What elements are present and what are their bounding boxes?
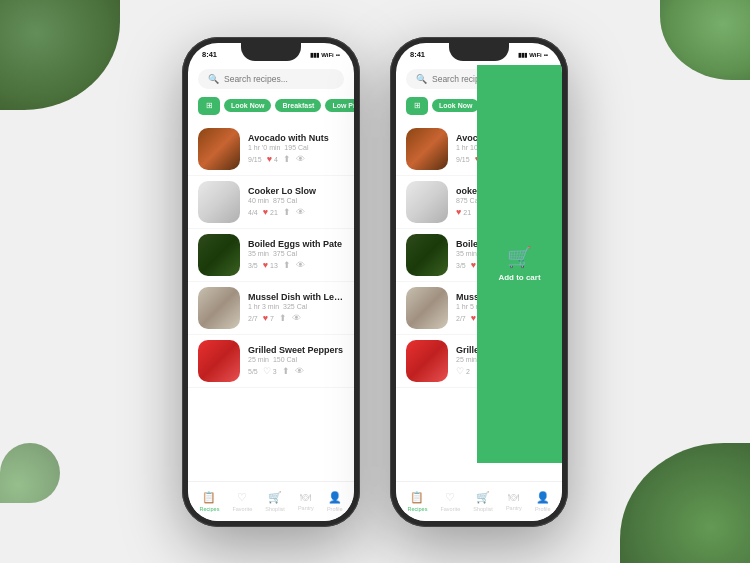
- wifi-icon: WiFi: [321, 52, 334, 58]
- phone-1-filter-row: ⊞ Look Now Breakfast Low Price: [188, 93, 354, 119]
- nav-shoplist[interactable]: 🛒 Shoplist: [473, 491, 493, 512]
- recipe-info-mussel: Mussel Dish with Lemon 1 hr 3 min 325 Ca…: [248, 292, 344, 323]
- heart-icon[interactable]: ♥: [471, 260, 476, 270]
- nav-pantry-label: Pantry: [298, 505, 314, 511]
- nav-shoplist-icon: 🛒: [476, 491, 490, 504]
- phone-2-notch: [449, 43, 509, 61]
- heart-icon[interactable]: ♥: [263, 207, 268, 217]
- recipe-actions-eggs: 3/5 ♥ 13 ⬆ 👁: [248, 260, 344, 270]
- recipe-meta-cooker: 40 min 875 Cal: [248, 197, 344, 204]
- recipe-item-avocado[interactable]: Avocado with Nuts 1 hr '0 min 195 Cal 9/…: [188, 123, 354, 176]
- recipe-item-eggs[interactable]: Boiled Eggs with Pate 35 min 375 Cal 3/5…: [188, 229, 354, 282]
- thumb-img-eggs: [406, 234, 448, 276]
- battery-icon: ▪▪: [336, 52, 340, 58]
- recipe-actions-mussel: 2/7 ♥ 7 ⬆ 👁: [248, 313, 344, 323]
- share-icon[interactable]: ⬆: [283, 154, 291, 164]
- nav-shoplist[interactable]: 🛒 Shoplist: [265, 491, 285, 512]
- nav-shoplist-label: Shoplist: [473, 506, 493, 512]
- sliders-icon: ⊞: [206, 101, 213, 110]
- heart-icon[interactable]: ♥: [267, 154, 272, 164]
- recipe-item-cooker[interactable]: Cooker Lo Slow 40 min 875 Cal 4/4 ♥ 21 ⬆…: [188, 176, 354, 229]
- share-icon[interactable]: ⬆: [283, 207, 291, 217]
- recipe-name-mussel: Mussel Dish with Lemon: [248, 292, 344, 302]
- nav-shoplist-label: Shoplist: [265, 506, 285, 512]
- recipe-info-eggs: Boiled Eggs with Pate 35 min 375 Cal 3/5…: [248, 239, 344, 270]
- nav-favorite-label: Favorite: [440, 506, 460, 512]
- status-icons: ▮▮▮ WiFi ▪▪: [310, 51, 340, 58]
- search-icon: 🔍: [208, 74, 219, 84]
- thumb-img-pepper: [198, 340, 240, 382]
- thumb-img-avocado: [406, 128, 448, 170]
- share-icon[interactable]: ⬆: [283, 260, 291, 270]
- status-time: 8:41: [410, 50, 425, 59]
- cart-icon-large: 🛒: [507, 245, 532, 269]
- share-icon[interactable]: ⬆: [279, 313, 287, 323]
- thumb-img-mussel: [406, 287, 448, 329]
- recipe-thumb-pepper: [406, 340, 448, 382]
- thumb-img-eggs: [198, 234, 240, 276]
- nav-favorite-label: Favorite: [232, 506, 252, 512]
- recipe-meta-mussel: 1 hr 3 min 325 Cal: [248, 303, 344, 310]
- phone-2-bottom-nav: 📋 Recipes ♡ Favorite 🛒 Shoplist 🍽 Pantry…: [396, 481, 562, 521]
- heart-icon[interactable]: ♥: [263, 260, 268, 270]
- nav-profile-label: Profile: [327, 506, 343, 512]
- nav-recipes[interactable]: 📋 Recipes: [408, 491, 428, 512]
- phone-1: 8:41 ▮▮▮ WiFi ▪▪ 🔍 ⊞: [182, 37, 360, 527]
- recipe-meta-pepper: 25 min 150 Cal: [248, 356, 344, 363]
- heart-icon[interactable]: ♡: [456, 366, 464, 376]
- heart-icon[interactable]: ♥: [471, 313, 476, 323]
- recipe-thumb-mussel: [198, 287, 240, 329]
- recipe-item-pepper[interactable]: Grilled Sweet Peppers 25 min 150 Cal 5/5…: [188, 335, 354, 388]
- nav-pantry[interactable]: 🍽 Pantry: [506, 491, 522, 511]
- recipe-thumb-pepper: [198, 340, 240, 382]
- eye-icon[interactable]: 👁: [296, 207, 305, 217]
- recipe-name-cooker: Cooker Lo Slow: [248, 186, 344, 196]
- recipe-thumb-eggs: [406, 234, 448, 276]
- wifi-icon: WiFi: [529, 52, 542, 58]
- status-icons: ▮▮▮ WiFi ▪▪: [518, 51, 548, 58]
- battery-icon: ▪▪: [544, 52, 548, 58]
- recipe-item-mussel[interactable]: Mussel Dish with Lemon 1 hr 3 min 325 Ca…: [188, 282, 354, 335]
- filter-tag-looknow[interactable]: Look Now: [224, 99, 271, 112]
- sliders-icon: ⊞: [414, 101, 421, 110]
- nav-pantry-icon: 🍽: [300, 491, 311, 503]
- recipe-actions-cooker: 4/4 ♥ 21 ⬆ 👁: [248, 207, 344, 217]
- recipe-info-avocado: Avocado with Nuts 1 hr '0 min 195 Cal 9/…: [248, 133, 344, 164]
- add-to-cart-label: Add to cart: [498, 273, 540, 282]
- phone-1-recipe-list: Avocado with Nuts 1 hr '0 min 195 Cal 9/…: [188, 119, 354, 392]
- recipe-thumb-eggs: [198, 234, 240, 276]
- recipe-thumb-mussel: [406, 287, 448, 329]
- filter-tag-breakfast[interactable]: Breakfast: [275, 99, 321, 112]
- thumb-img-cooker: [198, 181, 240, 223]
- nav-profile[interactable]: 👤 Profile: [535, 491, 551, 512]
- nav-favorite[interactable]: ♡ Favorite: [232, 491, 252, 512]
- add-to-cart-overlay[interactable]: 🛒 Add to cart: [477, 65, 562, 463]
- heart-icon[interactable]: ♡: [263, 366, 271, 376]
- recipe-name-eggs: Boiled Eggs with Pate: [248, 239, 344, 249]
- nav-recipes-icon: 📋: [202, 491, 216, 504]
- search-input[interactable]: [224, 74, 334, 84]
- filter-icon-button[interactable]: ⊞: [406, 97, 428, 115]
- nav-recipes[interactable]: 📋 Recipes: [200, 491, 220, 512]
- share-icon[interactable]: ⬆: [282, 366, 290, 376]
- nav-shoplist-icon: 🛒: [268, 491, 282, 504]
- filter-icon-button[interactable]: ⊞: [198, 97, 220, 115]
- phone-1-search-bar[interactable]: 🔍: [198, 69, 344, 89]
- filter-tag-looknow[interactable]: Look Now: [432, 99, 479, 112]
- eye-icon[interactable]: 👁: [296, 260, 305, 270]
- recipe-actions-avocado: 9/15 ♥ 4 ⬆ 👁: [248, 154, 344, 164]
- nav-profile-label: Profile: [535, 506, 551, 512]
- heart-icon[interactable]: ♥: [456, 207, 461, 217]
- recipe-thumb-cooker: [406, 181, 448, 223]
- nav-pantry[interactable]: 🍽 Pantry: [298, 491, 314, 511]
- nav-recipes-label: Recipes: [408, 506, 428, 512]
- nav-profile[interactable]: 👤 Profile: [327, 491, 343, 512]
- nav-recipes-label: Recipes: [200, 506, 220, 512]
- filter-tag-lowprice[interactable]: Low Price: [325, 99, 354, 112]
- eye-icon[interactable]: 👁: [296, 154, 305, 164]
- eye-icon[interactable]: 👁: [295, 366, 304, 376]
- phone-1-bottom-nav: 📋 Recipes ♡ Favorite 🛒 Shoplist 🍽 Pantry…: [188, 481, 354, 521]
- nav-favorite[interactable]: ♡ Favorite: [440, 491, 460, 512]
- eye-icon[interactable]: 👁: [292, 313, 301, 323]
- heart-icon[interactable]: ♥: [263, 313, 268, 323]
